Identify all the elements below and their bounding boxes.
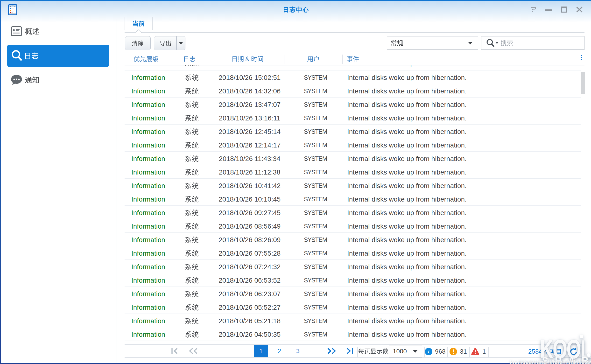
svg-text:i: i xyxy=(428,349,429,355)
